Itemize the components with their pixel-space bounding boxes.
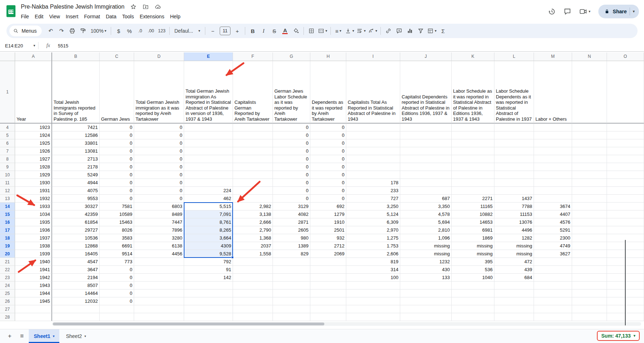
scrollbar-thumb[interactable] bbox=[53, 323, 324, 325]
text-color-button[interactable]: A bbox=[280, 26, 291, 36]
cell-J15[interactable]: 4,578 bbox=[400, 210, 452, 218]
cell-D23[interactable] bbox=[134, 274, 184, 282]
cell-J21[interactable]: 1232 bbox=[400, 258, 452, 266]
cell-L17[interactable]: 4496 bbox=[494, 226, 534, 234]
cell-K18[interactable]: 1869 bbox=[452, 234, 494, 242]
cell-M25[interactable] bbox=[534, 289, 572, 297]
menu-help[interactable]: Help bbox=[167, 13, 183, 20]
cell-K23[interactable]: 1040 bbox=[452, 274, 494, 282]
name-box[interactable]: E14:E20 ▾ bbox=[0, 43, 38, 48]
comments-icon[interactable] bbox=[563, 8, 571, 15]
number-format-button[interactable]: 123 bbox=[156, 26, 167, 36]
cell-N13[interactable] bbox=[572, 195, 607, 203]
row-header-24[interactable]: 24 bbox=[0, 282, 15, 289]
cell-N8[interactable] bbox=[572, 155, 607, 163]
row-header-21[interactable]: 21 bbox=[0, 258, 15, 266]
cell-N5[interactable] bbox=[572, 131, 607, 139]
undo-button[interactable]: ↶ bbox=[45, 26, 56, 36]
cell-J26[interactable] bbox=[400, 297, 452, 305]
cell-M24[interactable] bbox=[534, 282, 572, 289]
cell-F8[interactable] bbox=[233, 155, 273, 163]
cell-F21[interactable] bbox=[233, 258, 273, 266]
cell-I20[interactable]: 2,606 bbox=[346, 250, 400, 258]
cell-G13[interactable]: 0 bbox=[273, 195, 310, 203]
column-header-B[interactable]: B bbox=[52, 52, 100, 61]
borders-button[interactable] bbox=[306, 26, 317, 36]
cell-I17[interactable]: 2,970 bbox=[346, 226, 400, 234]
cell-H10[interactable]: 0 bbox=[310, 171, 346, 179]
strikethrough-button[interactable]: S bbox=[269, 26, 280, 36]
cell-C10[interactable]: 0 bbox=[100, 171, 134, 179]
redo-button[interactable]: ↷ bbox=[56, 26, 67, 36]
cell-J14[interactable]: 3,350 bbox=[400, 203, 452, 210]
cell-J4[interactable] bbox=[400, 124, 452, 131]
cell-B15[interactable]: 42359 bbox=[52, 210, 100, 218]
cell-H7[interactable]: 0 bbox=[310, 147, 346, 155]
cell-A25[interactable]: 1944 bbox=[15, 289, 52, 297]
cell-F15[interactable]: 3,138 bbox=[233, 210, 273, 218]
cell-I1[interactable]: Capitalists Total As Reported in Statist… bbox=[346, 61, 400, 124]
cell-G8[interactable]: 0 bbox=[273, 155, 310, 163]
decrease-font-size-button[interactable]: − bbox=[207, 26, 218, 36]
cell-K14[interactable]: 11165 bbox=[452, 203, 494, 210]
cell-H23[interactable] bbox=[310, 274, 346, 282]
cell-B12[interactable]: 4075 bbox=[52, 187, 100, 195]
chevron-down-icon[interactable]: ▾ bbox=[33, 44, 35, 47]
menu-tools[interactable]: Tools bbox=[119, 13, 137, 20]
table-views-button[interactable]: ▾ bbox=[426, 26, 438, 36]
cell-D9[interactable]: 0 bbox=[134, 163, 184, 171]
cell-G16[interactable]: 2871 bbox=[273, 218, 310, 226]
cell-M26[interactable] bbox=[534, 297, 572, 305]
cell-K21[interactable]: 395 bbox=[452, 258, 494, 266]
cell-H13[interactable]: 0 bbox=[310, 195, 346, 203]
cell-A8[interactable]: 1927 bbox=[15, 155, 52, 163]
cell-E21[interactable]: 792 bbox=[184, 258, 233, 266]
row-header-8[interactable]: 8 bbox=[0, 155, 15, 163]
cell-F13[interactable] bbox=[233, 195, 273, 203]
cell-B23[interactable]: 2194 bbox=[52, 274, 100, 282]
cell-A19[interactable]: 1938 bbox=[15, 242, 52, 250]
column-header-N[interactable]: N bbox=[572, 52, 607, 61]
insert-chart-button[interactable] bbox=[405, 26, 415, 36]
cell-F17[interactable]: 2,790 bbox=[233, 226, 273, 234]
cell-K27[interactable] bbox=[452, 305, 494, 313]
cell-D16[interactable]: 7447 bbox=[134, 218, 184, 226]
cell-G22[interactable] bbox=[273, 266, 310, 274]
cell-D6[interactable]: 0 bbox=[134, 139, 184, 147]
cell-G28[interactable] bbox=[273, 313, 310, 321]
cell-L16[interactable]: 13076 bbox=[494, 218, 534, 226]
cell-G20[interactable]: 829 bbox=[273, 250, 310, 258]
cell-E1[interactable]: Total German Jewish immigration As Repor… bbox=[184, 61, 233, 124]
cell-E17[interactable]: 8,265 bbox=[184, 226, 233, 234]
cell-J24[interactable] bbox=[400, 282, 452, 289]
cell-N11[interactable] bbox=[572, 179, 607, 187]
cell-C16[interactable]: 15463 bbox=[100, 218, 134, 226]
cell-I14[interactable]: 3,250 bbox=[346, 203, 400, 210]
cell-E10[interactable] bbox=[184, 171, 233, 179]
move-folder-icon[interactable] bbox=[142, 4, 149, 10]
cell-D11[interactable]: 0 bbox=[134, 179, 184, 187]
cell-H5[interactable]: 0 bbox=[310, 131, 346, 139]
cell-C13[interactable]: 0 bbox=[100, 195, 134, 203]
cell-O13[interactable] bbox=[607, 195, 644, 203]
cell-B1[interactable]: Total Jewish Immigrants reported in Surv… bbox=[52, 61, 100, 124]
cell-N12[interactable] bbox=[572, 187, 607, 195]
cell-O15[interactable] bbox=[607, 210, 644, 218]
sum-indicator[interactable]: Sum: 47,133 ▾ bbox=[597, 331, 640, 341]
cell-F26[interactable] bbox=[233, 297, 273, 305]
cell-J5[interactable] bbox=[400, 131, 452, 139]
row-header-22[interactable]: 22 bbox=[0, 266, 15, 274]
cell-E15[interactable]: 7,091 bbox=[184, 210, 233, 218]
cell-I23[interactable]: 100 bbox=[346, 274, 400, 282]
cell-A18[interactable]: 1937 bbox=[15, 234, 52, 242]
format-currency-button[interactable]: $ bbox=[113, 26, 124, 36]
cell-N24[interactable] bbox=[572, 282, 607, 289]
cell-D20[interactable]: 4456 bbox=[134, 250, 184, 258]
cell-N7[interactable] bbox=[572, 147, 607, 155]
cell-K24[interactable] bbox=[452, 282, 494, 289]
cell-E24[interactable] bbox=[184, 282, 233, 289]
cell-K19[interactable]: missing bbox=[452, 242, 494, 250]
cell-J17[interactable]: 2,810 bbox=[400, 226, 452, 234]
cell-L27[interactable] bbox=[494, 305, 534, 313]
cell-C15[interactable]: 10589 bbox=[100, 210, 134, 218]
